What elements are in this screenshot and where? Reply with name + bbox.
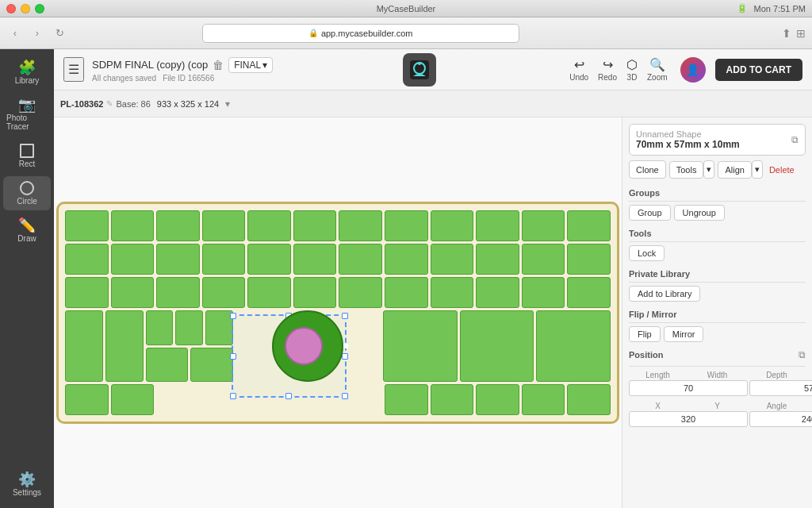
refresh-button[interactable]: ↻ [51, 25, 68, 42]
browser-actions: ⬆ ⊞ [782, 27, 806, 40]
file-name-row: SDPM FINAL (copy) (cop 🗑 FINAL ▾ [92, 57, 273, 73]
foam-cell [65, 310, 103, 382]
position-values [629, 380, 806, 396]
traffic-lights [6, 4, 44, 13]
x-header: X [629, 401, 687, 411]
foam-cell [522, 384, 565, 415]
foam-cell [339, 277, 382, 308]
length-input[interactable] [629, 380, 748, 396]
foam-cell [293, 244, 337, 275]
group-button[interactable]: Group [629, 205, 671, 221]
canvas-area[interactable] [54, 117, 622, 508]
groups-title: Groups [629, 185, 806, 202]
sidebar-item-draw[interactable]: ✏️ Draw [3, 214, 51, 248]
toolbar-actions: ↩ Undo ↪ Redo ⬡ 3D 🔍 Zoom 👤 AD [566, 56, 802, 83]
circle-shape-small[interactable] [285, 327, 323, 365]
groups-row: Group Ungroup [629, 205, 806, 221]
flip-mirror-row: Flip Mirror [629, 326, 806, 342]
sidebar-item-circle[interactable]: Circle [3, 176, 51, 210]
depth-header: Depth [748, 370, 806, 380]
delete-shape-button[interactable]: Delete [766, 160, 798, 179]
length-header: Length [629, 370, 687, 380]
back-button[interactable]: ‹ [6, 25, 24, 42]
flip-mirror-title: Flip / Mirror [629, 306, 806, 323]
minimize-button[interactable] [21, 4, 30, 13]
flip-button[interactable]: Flip [629, 326, 661, 342]
align-button[interactable]: Align [718, 161, 751, 179]
align-dropdown-button[interactable]: ▾ [752, 160, 763, 179]
window-title: MyCaseBuilder [377, 4, 436, 13]
library-icon: 🧩 [18, 60, 36, 75]
forward-button[interactable]: › [29, 25, 46, 42]
avatar-image: 👤 [680, 57, 706, 83]
ungroup-button[interactable]: Ungroup [674, 205, 725, 221]
threed-button[interactable]: ⬡ 3D [623, 56, 641, 83]
foam-cell [111, 244, 155, 275]
y-input[interactable] [749, 411, 812, 427]
position-header-row: Position ⧉ [629, 347, 806, 363]
app-logo [403, 53, 436, 87]
add-to-library-button[interactable]: Add to Library [629, 286, 700, 302]
resize-handle-tr[interactable] [342, 313, 348, 319]
library-row: Add to Library [629, 286, 806, 302]
foam-cell [146, 348, 189, 383]
zoom-button[interactable]: 🔍 Zoom [644, 56, 671, 83]
copy-position-icon[interactable]: ⧉ [799, 349, 806, 360]
foam-cell [293, 210, 337, 241]
foam-cell [293, 277, 337, 308]
private-library-section: Private Library Add to Library [629, 266, 806, 302]
foam-cell [205, 310, 233, 345]
foam-row-5 [65, 384, 611, 415]
xy-headers: X Y Angle [629, 401, 806, 411]
tools-button[interactable]: Tools [669, 161, 704, 179]
foam-cell [111, 210, 155, 241]
settings-icon: ⚙️ [18, 472, 36, 487]
undo-button[interactable]: ↩ Undo [566, 56, 592, 83]
foam-cell [111, 384, 155, 415]
sidebar-item-rect[interactable]: Rect [3, 139, 51, 173]
foam-cell [567, 244, 611, 275]
x-input[interactable] [629, 411, 748, 427]
foam-cell [567, 384, 611, 415]
maximize-button[interactable] [35, 4, 44, 13]
foam-cell [476, 277, 519, 308]
position-title: Position [629, 347, 663, 363]
foam-cell [339, 244, 382, 275]
foam-cell [383, 310, 458, 382]
foam-cell [385, 244, 428, 275]
share-icon[interactable]: ⬆ [782, 27, 791, 40]
clone-button[interactable]: Clone [629, 160, 666, 179]
expand-button[interactable]: ▾ [225, 98, 230, 110]
close-button[interactable] [6, 4, 16, 13]
tab-icon[interactable]: ⊞ [796, 27, 806, 40]
draw-icon: ✏️ [18, 218, 36, 233]
width-input[interactable] [749, 380, 812, 396]
shape-info: Unnamed Shape 70mm x 57mm x 10mm [636, 129, 740, 150]
canvas-inner [54, 117, 622, 508]
panel-actions: Clone Tools ▾ Align ▾ Delete [629, 160, 806, 179]
delete-file-button[interactable]: 🗑 [211, 57, 225, 73]
edit-icon[interactable]: ✎ [106, 99, 113, 108]
shape-dims: 70mm x 57mm x 10mm [636, 139, 740, 150]
tools-dropdown-button[interactable]: ▾ [703, 160, 714, 179]
foam-cell [156, 210, 200, 241]
file-name: SDPM FINAL (copy) (cop [92, 59, 208, 71]
sidebar-item-library[interactable]: 🧩 Library [3, 56, 51, 90]
hamburger-button[interactable]: ☰ [63, 57, 84, 82]
add-to-cart-button[interactable]: ADD TO CART [715, 59, 802, 81]
foam-cell [339, 210, 382, 241]
copy-dims-icon[interactable]: ⧉ [791, 134, 799, 145]
lock-button[interactable]: Lock [629, 245, 665, 261]
sidebar-item-photo-tracer[interactable]: 📷 Photo Tracer [3, 93, 51, 136]
redo-button[interactable]: ↪ Redo [595, 56, 620, 83]
version-select[interactable]: FINAL ▾ [228, 57, 273, 73]
tools-section: Tools Lock [629, 225, 806, 261]
user-avatar[interactable]: 👤 [680, 57, 706, 83]
foam-cell-empty [339, 384, 382, 415]
mirror-button[interactable]: Mirror [664, 326, 704, 342]
sidebar-item-settings[interactable]: ⚙️ Settings [3, 468, 51, 502]
lock-icon: 🔒 [308, 29, 318, 37]
shape-header: Unnamed Shape 70mm x 57mm x 10mm ⧉ [629, 124, 806, 156]
address-bar[interactable]: 🔒 app.mycasebuilder.com [202, 24, 519, 43]
groups-section: Groups Group Ungroup [629, 185, 806, 221]
